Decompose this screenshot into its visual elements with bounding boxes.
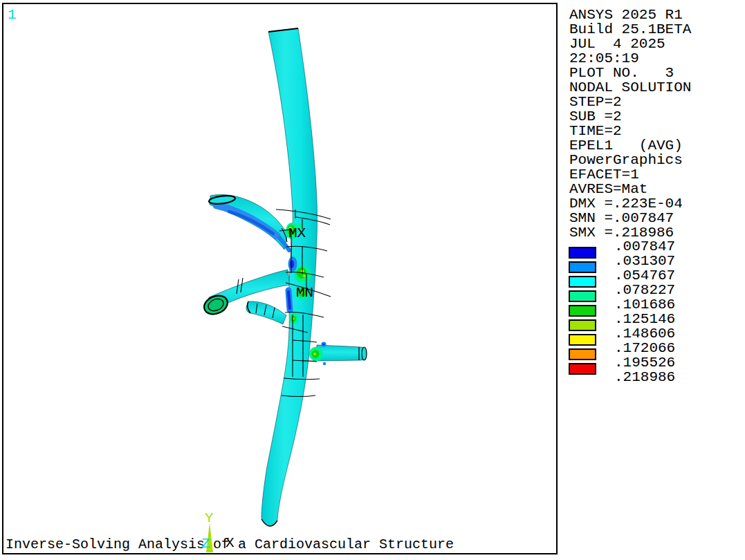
- ansys-application-window: { "frame": { "number": "1" }, "panel": {…: [0, 0, 745, 560]
- step-value: STEP=2: [569, 95, 744, 109]
- solution-type: NODAL SOLUTION: [569, 80, 744, 95]
- legend-value-7: .148606: [614, 326, 675, 341]
- date: JUL 4 2025: [569, 37, 744, 51]
- dmx-value: DMX =.223E-04: [569, 196, 744, 211]
- plot-number: PLOT NO. 3: [569, 66, 744, 80]
- avres-setting: AVRES=Mat: [569, 182, 744, 196]
- legend-value-10: .218986: [614, 370, 675, 384]
- legend-swatch-1: [569, 247, 596, 259]
- efacet-setting: EFACET=1: [569, 167, 744, 182]
- substep-value: SUB =2: [569, 109, 744, 124]
- legend-swatch-7: [569, 334, 596, 346]
- legend-value-5: .101686: [614, 297, 675, 312]
- build-version: Build 25.1BETA: [569, 22, 744, 37]
- graphics-mode: PowerGraphics: [569, 153, 744, 167]
- legend-value-8: .172066: [614, 341, 675, 355]
- legend-value-6: .125146: [614, 312, 675, 326]
- smn-value: SMN =.007847: [569, 211, 744, 225]
- smx-value: SMX =.218986: [569, 225, 744, 240]
- graphics-viewport[interactable]: 1: [2, 3, 558, 554]
- result-item: EPEL1 (AVG): [569, 138, 744, 153]
- legend-swatch-6: [569, 319, 596, 331]
- product-name: ANSYS 2025 R1: [569, 8, 744, 22]
- legend-swatch-3: [569, 276, 596, 288]
- legend-swatch-5: [569, 305, 596, 317]
- legend-value-9: .195526: [614, 355, 675, 370]
- legend-swatch-8: [569, 348, 596, 360]
- time-value: TIME=2: [569, 124, 744, 138]
- legend-value-2: .031307: [614, 254, 675, 268]
- legend-swatch-4: [569, 290, 596, 302]
- legend-value-4: .078227: [614, 283, 675, 297]
- annotation-panel: ANSYS 2025 R1 Build 25.1BETA JUL 4 2025 …: [569, 8, 744, 240]
- legend-value-3: .054767: [614, 268, 675, 283]
- time: 22:05:19: [569, 51, 744, 66]
- legend-value-1: .007847: [614, 239, 675, 254]
- legend-swatch-2: [569, 261, 596, 273]
- window-number-label: 1: [8, 8, 17, 22]
- plot-title: Inverse-Solving Analysis of a Cardiovasc…: [6, 537, 454, 552]
- legend-swatch-9: [569, 363, 596, 375]
